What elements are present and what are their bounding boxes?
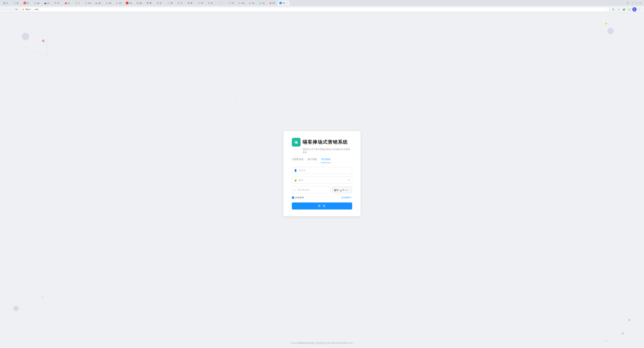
menu-button[interactable]: ⋮ [637,7,642,12]
tab-favicon-11: m [116,2,118,4]
tab-item-21[interactable]: 一一 [216,0,226,5]
new-tab-button[interactable]: + [626,1,630,5]
tab-item-active[interactable]: mir mir × [278,0,290,5]
tab-item-11[interactable]: mm3 [114,0,124,5]
tab-item-1[interactable]: 🔧控 [12,0,22,5]
tab-item-17[interactable]: 文文 [176,0,186,5]
svg-line-6 [233,88,236,96]
lock-field-icon: 🔒 [294,179,297,182]
tab-item-16[interactable]: JJSf [165,0,175,5]
brand-title: 嗝客捧场式营销系统 [302,139,348,145]
captcha-input-wrap: 🛡 [292,186,330,193]
captcha-input[interactable] [298,188,328,191]
forward-button[interactable]: → [8,7,13,12]
svg-line-4 [24,98,37,107]
deco-circle-bottom-right-2 [628,319,630,321]
svg-line-2 [184,28,196,40]
tab-favicon-26: 🐙 [269,2,272,4]
tab-favicon-24: m [249,2,251,4]
svg-line-5 [216,78,233,88]
tab-item-12[interactable]: ▶You [124,0,134,5]
tab-platform-login[interactable]: 平台登录 [321,158,330,163]
minimize-button[interactable]: ─ [632,2,634,4]
tab-favicon-20: 在 [208,2,210,4]
tab-item-22[interactable]: VVm [226,0,237,5]
tab-item-26[interactable]: 🐙GH [268,0,278,5]
address-bar[interactable]: 🔒 http://......../me ☆ [20,7,610,12]
tab-item-20[interactable]: 在在 [206,0,216,5]
extensions-button[interactable]: 🧩 [622,7,626,12]
tab-favicon-7: 小 [75,2,77,4]
tab-item-0[interactable]: 🌐公 [2,0,12,5]
lock-icon: 🔒 [22,8,24,10]
phone-input[interactable] [298,169,350,172]
tab-favicon-21: 一 [218,2,220,4]
tab-close-active[interactable]: × [286,2,288,4]
tab-item-5[interactable]: 对对 [53,0,63,5]
person-icon: 👤 [294,169,297,172]
tab-favicon-8: A [85,2,88,4]
tab-favicon-14: 腾 [146,2,149,4]
tab-agent-login[interactable]: 代理商登录 [292,158,304,163]
svg-point-19 [338,192,338,193]
page-footer: © 2024 嗝客网络科技有限公司提供技术支持 | 鄂ICP备202200671… [290,342,354,345]
auto-login-checkbox[interactable]: ✓ [292,196,294,199]
tab-item-14[interactable]: 腾腾 [145,0,155,5]
tab-merchant-login[interactable]: 商户登陆 [308,158,317,163]
svg-line-0 [24,46,47,56]
deco-circle-pink [42,39,44,42]
tab-item-8[interactable]: AAnc [83,0,94,5]
svg-line-7 [232,96,236,110]
captcha-image[interactable]: W a v e ~ [332,186,352,193]
tab-item-18[interactable]: 园园 [186,0,196,5]
tab-favicon-4: 📷 [44,2,46,4]
sidebar-button[interactable]: ⬜ [627,7,632,12]
tab-item-19[interactable]: VV8 [196,0,206,5]
password-input[interactable] [298,179,346,181]
nav-bar: ← → ↻ 🔒 http://......../me ☆ A ☆ 🧩 ⬜ Y ⋮ [0,6,644,13]
tab-item-3[interactable]: Ggor [32,0,42,5]
tab-item-10[interactable]: AAcc [104,0,114,5]
shield-icon: 🛡 [294,188,296,191]
tab-item-13[interactable]: MMa [134,0,144,5]
tab-item-6[interactable]: 🍅红 [63,0,73,5]
reload-button[interactable]: ↻ [14,7,19,12]
bookmark-icon[interactable]: ☆ [606,8,608,10]
tab-favicon-2: 百 [24,2,26,4]
forgot-password-link[interactable]: 忘记密码？ [341,196,352,199]
eye-icon[interactable]: 👁 [348,179,350,181]
close-button[interactable]: × [639,2,641,4]
tab-item-4[interactable]: 📷ico [42,0,52,5]
star-button[interactable]: ☆ [616,7,621,12]
tab-item-25[interactable]: mmir [257,0,267,5]
brand-logo: 嗝 [292,138,300,147]
tab-item-7[interactable]: 小小 [73,0,83,5]
phone-input-wrap: 👤 [292,167,352,174]
options-row: ✓ 自动登录 忘记密码？ [292,196,352,199]
captcha-wrap: 🛡 W a v e ~ [292,186,352,193]
tab-favicon-active: mir [280,2,282,4]
password-input-wrap: 🔒 👁 [292,177,352,184]
tab-item-2[interactable]: 百百 [22,0,32,5]
translate-button[interactable]: A [611,7,616,12]
tab-item-24[interactable]: mmir [247,0,257,5]
svg-point-20 [347,187,347,187]
back-button[interactable]: ← [2,7,7,12]
tab-favicon-9: ▶ [95,2,98,4]
tab-item-23[interactable]: Ganc [237,0,247,5]
restore-button[interactable]: □ [635,2,638,4]
captcha-field-group: 🛡 W a v e ~ [292,186,352,193]
tab-favicon-18: 园 [187,2,190,4]
login-button[interactable]: 登 录 [292,202,352,209]
auto-login-label[interactable]: ✓ 自动登录 [292,196,304,199]
nav-actions: A ☆ 🧩 ⬜ Y ⋮ [611,7,642,12]
tab-bar-scroll: 🌐公 🔧控 百百 Ggor 📷ico 对对 🍅红 小小 AAnc ▶pla AA… [2,0,625,5]
svg-text:嗝: 嗝 [295,141,298,144]
password-field-group: 🔒 👁 [292,177,352,184]
svg-point-18 [334,187,334,188]
profile-avatar[interactable]: Y [632,7,636,11]
tab-item-9[interactable]: ▶pla [94,0,104,5]
tab-favicon-23: G [238,2,241,4]
tab-item-15[interactable]: 证证 [155,0,165,5]
tab-favicon-22: V [228,2,230,4]
